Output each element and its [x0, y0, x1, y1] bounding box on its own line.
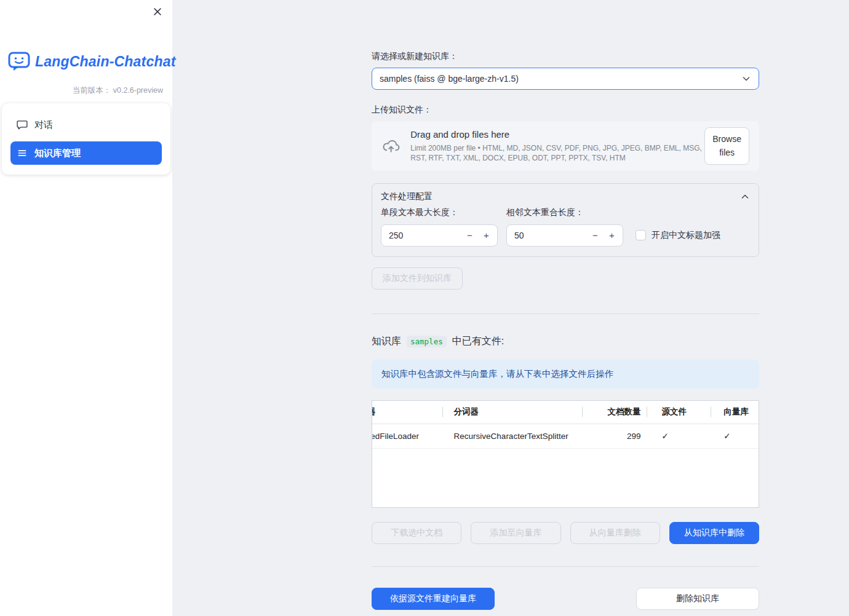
chevron-down-icon [741, 74, 751, 84]
version-text: 当前版本： v0.2.6-preview [73, 85, 163, 96]
add-files-to-kb-button[interactable]: 添加文件到知识库 [372, 267, 463, 290]
spacer [504, 588, 627, 610]
delete-kb-button[interactable]: 删除知识库 [636, 588, 759, 610]
overlap-size-input[interactable]: − + [506, 224, 623, 247]
kb-select-label: 请选择或新建知识库： [372, 51, 759, 62]
divider [372, 566, 759, 567]
cell-doc-count: 299 [583, 424, 647, 448]
version-value: v0.2.6-preview [113, 86, 163, 95]
kb-files-heading-prefix: 知识库 [372, 335, 401, 348]
kb-files-table[interactable]: 文档加载器 分词器 文档数量 源文件 向量库 UnstructuredFileL… [372, 400, 759, 508]
chunk-size-field: 单段文本最大长度： − + [381, 207, 498, 247]
file-uploader-dropzone[interactable]: Drag and drop files here Limit 200MB per… [372, 121, 759, 171]
table-row[interactable]: UnstructuredFileLoader RecursiveCharacte… [372, 424, 759, 449]
overlap-size-plus-button[interactable]: + [604, 230, 620, 240]
info-banner: 知识库中包含源文件与向量库，请从下表中选择文件后操作 [372, 360, 759, 389]
chevron-up-icon [740, 192, 750, 202]
kb-files-heading-suffix: 中已有文件: [452, 335, 504, 348]
cell-vector-store-check: ✓ [711, 424, 759, 448]
overlap-size-field: 相邻文本重合长度： − + [506, 207, 623, 247]
rebuild-vectorstore-button[interactable]: 依据源文件重建向量库 [372, 588, 495, 610]
cell-source-file-check: ✓ [647, 424, 712, 448]
uploader-title: Drag and drop files here [410, 129, 704, 140]
file-config-body: 单段文本最大长度： − + 相邻文本重合长度： − + 开启中文标题加强 [372, 202, 759, 256]
chunk-size-plus-button[interactable]: + [478, 230, 495, 240]
file-config-expander: 文件处理配置 单段文本最大长度： − + 相邻文本重合长度： − + [372, 183, 759, 257]
divider [372, 314, 759, 314]
app-logo: LangChain-Chatchat [8, 52, 176, 71]
zh-title-enhance-label: 开启中文标题加强 [652, 230, 720, 241]
browse-files-button[interactable]: Browse files [704, 127, 749, 165]
file-action-buttons: 下载选中文档 添加至向量库 从向量库删除 从知识库中删除 [372, 522, 759, 544]
kb-selectbox[interactable]: samples (faiss @ bge-large-zh-v1.5) [372, 68, 759, 90]
kb-action-buttons: 依据源文件重建向量库 删除知识库 [372, 588, 759, 610]
overlap-size-value[interactable] [514, 231, 587, 240]
close-sidebar-icon[interactable] [151, 6, 164, 18]
header-cell-splitter[interactable]: 分词器 [443, 401, 583, 424]
app-logo-text: LangChain-Chatchat [35, 53, 176, 70]
sidebar-item-label: 知识库管理 [34, 148, 81, 159]
upload-files-label: 上传知识文件： [372, 105, 759, 116]
kb-name-code: samples [407, 336, 447, 347]
langchain-chatchat-logo-icon [8, 52, 30, 71]
chunk-size-input[interactable]: − + [381, 224, 498, 247]
sidebar-item-kb-management[interactable]: 知识库管理 [10, 141, 162, 165]
overlap-size-minus-button[interactable]: − [587, 230, 604, 240]
delete-from-vectorstore-button[interactable]: 从向量库删除 [570, 522, 660, 544]
overlap-size-label: 相邻文本重合长度： [506, 207, 623, 218]
sidebar-item-chat[interactable]: 对话 [10, 113, 162, 136]
delete-from-kb-button[interactable]: 从知识库中删除 [669, 522, 759, 544]
kb-management-page: 请选择或新建知识库： samples (faiss @ bge-large-zh… [372, 0, 759, 610]
version-label: 当前版本： [73, 86, 111, 95]
file-config-expander-header[interactable]: 文件处理配置 [372, 184, 759, 202]
uploader-text: Drag and drop files here Limit 200MB per… [410, 129, 704, 163]
sidebar-menu: 对话 知识库管理 [2, 103, 170, 175]
header-cell-vector-store[interactable]: 向量库 [711, 401, 759, 424]
download-selected-button[interactable]: 下载选中文档 [372, 522, 461, 544]
cloud-upload-icon [381, 138, 401, 154]
kb-selected-value: samples (faiss @ bge-large-zh-v1.5) [380, 74, 519, 84]
uploader-limit-text: Limit 200MB per file • HTML, MD, JSON, C… [410, 143, 704, 163]
close-icon [153, 7, 162, 16]
expander-title: 文件处理配置 [381, 191, 432, 202]
table-header-row: 文档加载器 分词器 文档数量 源文件 向量库 [372, 401, 759, 424]
sidebar-item-label: 对话 [34, 119, 53, 131]
kb-files-heading: 知识库 samples 中已有文件: [372, 335, 759, 348]
header-cell-source-file[interactable]: 源文件 [647, 401, 712, 424]
sidebar: LangChain-Chatchat 当前版本： v0.2.6-preview … [0, 0, 172, 616]
chunk-size-minus-button[interactable]: − [461, 230, 478, 240]
zh-title-enhance-checkbox-group: 开启中文标题加强 [636, 230, 720, 241]
list-icon [17, 148, 28, 159]
header-cell-loader[interactable]: 文档加载器 [372, 401, 443, 424]
header-cell-doc-count[interactable]: 文档数量 [583, 401, 647, 424]
cell-loader: UnstructuredFileLoader [372, 424, 443, 448]
add-to-vectorstore-button[interactable]: 添加至向量库 [471, 522, 560, 544]
cell-splitter: RecursiveCharacterTextSplitter [443, 424, 583, 448]
chunk-size-value[interactable] [389, 231, 461, 240]
zh-title-enhance-checkbox[interactable] [636, 230, 646, 240]
chat-bubble-icon [17, 119, 28, 130]
chunk-size-label: 单段文本最大长度： [381, 207, 498, 218]
